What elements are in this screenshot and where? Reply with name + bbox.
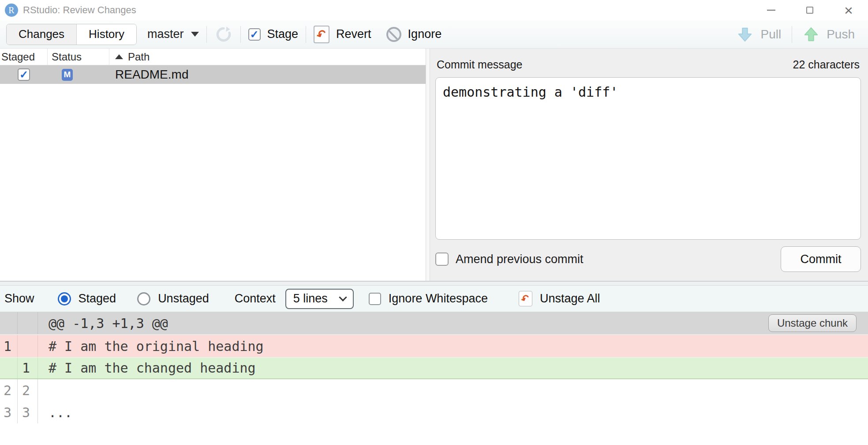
diff-line-text: # I am the changed heading: [38, 358, 868, 378]
column-header-status[interactable]: Status: [48, 49, 109, 65]
sort-ascending-icon: [115, 54, 123, 59]
commit-header: Commit message 22 characters: [435, 58, 861, 71]
character-count: 22 characters: [793, 58, 860, 71]
file-staged-cell: ✓: [0, 65, 48, 84]
vertical-splitter[interactable]: [426, 49, 430, 281]
amend-label: Amend previous commit: [456, 253, 584, 266]
toolbar-separator: [792, 26, 792, 43]
hunk-header-text: @@ -1,3 +1,3 @@: [38, 312, 768, 334]
radio-staged-label[interactable]: Staged: [79, 292, 116, 305]
unstage-all-label: Unstage All: [540, 292, 600, 305]
unstage-all-icon-box: ↶: [519, 291, 532, 306]
revert-arrow-icon: ↶: [520, 293, 531, 305]
ignore-whitespace-label: Ignore Whitespace: [389, 292, 488, 305]
column-header-staged[interactable]: Staged: [0, 49, 48, 65]
context-select[interactable]: 5 lines: [285, 289, 354, 309]
diff-line-context[interactable]: 3 3 ...: [0, 401, 868, 423]
radio-staged[interactable]: [58, 292, 71, 305]
diff-line-context[interactable]: 2 2: [0, 379, 868, 401]
ignore-label: Ignore: [408, 27, 442, 41]
show-label: Show: [4, 292, 34, 305]
unstage-chunk-button[interactable]: Unstage chunk: [768, 314, 857, 332]
old-line-number: 1: [0, 335, 18, 357]
commit-message-label: Commit message: [437, 58, 523, 71]
diff-line-added[interactable]: 1 # I am the changed heading: [0, 357, 868, 379]
chevron-down-icon: [339, 293, 347, 301]
minimize-button[interactable]: [752, 0, 790, 20]
radio-dot: [61, 295, 68, 302]
diff-line-deleted[interactable]: 1 # I am the original heading: [0, 335, 868, 357]
diff-line-text: # I am the original heading: [38, 335, 868, 357]
chevron-down-icon: [191, 32, 199, 37]
new-line-number: 3: [18, 401, 38, 423]
hunk-header-row: @@ -1,3 +1,3 @@ Unstage chunk: [0, 312, 868, 335]
push-pull-group: Pull Push: [737, 26, 855, 43]
maximize-button[interactable]: [790, 0, 829, 20]
stage-checkbox[interactable]: ✓: [248, 28, 261, 41]
rstudio-logo-icon: R: [5, 4, 18, 17]
refresh-button[interactable]: [214, 25, 233, 44]
main-toolbar: Changes History master ✓ Stage ↶ Revert …: [0, 20, 868, 49]
new-line-number: [18, 335, 38, 357]
review-changes-window: R RStudio: Review Changes × Changes Hist…: [0, 0, 868, 445]
old-line-gutter: [0, 312, 18, 334]
old-line-number: 3: [0, 401, 18, 423]
context-label: Context: [235, 292, 276, 305]
file-list-header: Staged Status Path: [0, 49, 426, 65]
ignore-whitespace-checkbox[interactable]: [369, 293, 381, 305]
commit-footer: Amend previous commit Commit: [435, 246, 861, 272]
diff-view: @@ -1,3 +1,3 @@ Unstage chunk 1 # I am t…: [0, 312, 868, 445]
commit-panel: Commit message 22 characters demonstrati…: [430, 49, 868, 281]
window-title: RStudio: Review Changes: [23, 4, 136, 16]
new-line-number: 1: [18, 358, 38, 378]
file-path: README.md: [109, 65, 426, 84]
close-icon: ×: [844, 3, 853, 18]
old-line-number: [0, 358, 18, 378]
minimize-icon: [767, 10, 775, 11]
tab-changes[interactable]: Changes: [7, 24, 76, 45]
revert-button[interactable]: ↶: [314, 26, 329, 43]
radio-unstaged[interactable]: [137, 292, 150, 305]
branch-dropdown[interactable]: master: [147, 27, 199, 41]
window-controls: ×: [752, 0, 868, 20]
amend-checkbox[interactable]: [435, 253, 449, 266]
title-bar: R RStudio: Review Changes ×: [0, 0, 868, 20]
maximize-icon: [806, 7, 813, 14]
diff-line-text: [38, 379, 868, 401]
radio-unstaged-label[interactable]: Unstaged: [158, 292, 209, 305]
revert-arrow-icon: ↶: [315, 27, 329, 41]
check-icon: ✓: [19, 69, 28, 80]
unstage-all-button[interactable]: ↶ Unstage All: [519, 291, 600, 306]
toolbar-separator: [206, 26, 207, 43]
toolbar-separator: [306, 26, 306, 43]
toolbar-separator: [240, 26, 241, 43]
revert-label: Revert: [336, 27, 371, 41]
file-row-readme[interactable]: ✓ M README.md: [0, 65, 426, 84]
modified-status-badge: M: [62, 69, 73, 81]
push-arrow-icon[interactable]: [803, 26, 819, 43]
check-icon: ✓: [250, 29, 258, 40]
close-button[interactable]: ×: [829, 0, 868, 20]
main-panels: Staged Status Path ✓ M README.md: [0, 49, 868, 281]
old-line-number: 2: [0, 379, 18, 401]
diff-toolbar: Show Staged Unstaged Context 5 lines Ign…: [0, 286, 868, 312]
horizontal-splitter[interactable]: [0, 281, 868, 286]
file-staged-checkbox[interactable]: ✓: [18, 68, 30, 81]
file-list-panel: Staged Status Path ✓ M README.md: [0, 49, 426, 281]
pull-arrow-icon[interactable]: [737, 26, 753, 43]
commit-button[interactable]: Commit: [781, 246, 861, 272]
ignore-button[interactable]: [386, 27, 401, 42]
commit-message-input[interactable]: demonstrating a 'diff': [435, 77, 861, 240]
context-value: 5 lines: [293, 292, 328, 305]
pull-label[interactable]: Pull: [760, 27, 781, 41]
column-header-path[interactable]: Path: [109, 49, 426, 65]
push-label[interactable]: Push: [827, 27, 855, 41]
tab-history[interactable]: History: [76, 24, 136, 45]
new-line-number: 2: [18, 379, 38, 401]
diff-line-text: ...: [38, 401, 868, 423]
file-status-cell: M: [48, 65, 109, 84]
branch-name: master: [147, 27, 184, 41]
new-line-gutter: [18, 312, 38, 334]
stage-label: Stage: [267, 27, 299, 41]
column-header-path-label: Path: [128, 51, 150, 63]
